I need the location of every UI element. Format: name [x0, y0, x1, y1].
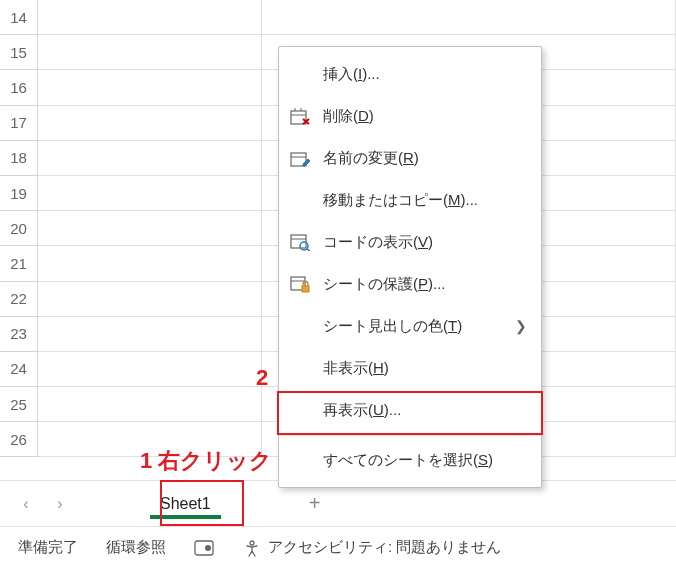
ctx-tab-color[interactable]: シート見出しの色(T) ❯: [279, 305, 541, 347]
blank-icon: [289, 357, 311, 379]
cell[interactable]: [38, 106, 262, 141]
ctx-protect-label: シートの保護(P)...: [323, 275, 527, 294]
cell[interactable]: [38, 352, 262, 387]
cell[interactable]: [38, 0, 262, 35]
row-header[interactable]: 15: [0, 35, 38, 70]
row-header[interactable]: 14: [0, 0, 38, 35]
ctx-viewcode-label: コードの表示(V): [323, 233, 527, 252]
status-bar: 準備完了 循環参照 アクセシビリティ: 問題ありません: [0, 526, 676, 568]
ctx-delete[interactable]: 削除(D): [279, 95, 541, 137]
svg-rect-3: [291, 111, 306, 124]
row-header[interactable]: 23: [0, 317, 38, 352]
ctx-move-copy[interactable]: 移動またはコピー(M)...: [279, 179, 541, 221]
cell[interactable]: [38, 141, 262, 176]
cell[interactable]: [38, 282, 262, 317]
tab-nav-prev[interactable]: ‹: [14, 492, 38, 516]
row-header[interactable]: 18: [0, 141, 38, 176]
delete-sheet-icon: [289, 105, 311, 127]
blank-icon: [289, 450, 311, 472]
view-code-icon: [289, 231, 311, 253]
row-header[interactable]: 25: [0, 387, 38, 422]
ctx-selectall-label: すべてのシートを選択(S): [323, 451, 527, 470]
ctx-hide[interactable]: 非表示(H): [279, 347, 541, 389]
tab-nav-next[interactable]: ›: [48, 492, 72, 516]
sheet-tab-1[interactable]: Sheet1: [142, 487, 229, 521]
ctx-insert[interactable]: 挿入(I)...: [279, 53, 541, 95]
macro-record-icon: [194, 538, 214, 558]
ctx-insert-label: 挿入(I)...: [323, 65, 527, 84]
status-macro[interactable]: [194, 538, 214, 558]
ctx-tabcolor-label: シート見出しの色(T): [323, 317, 503, 336]
svg-line-14: [307, 249, 310, 251]
ctx-move-label: 移動またはコピー(M)...: [323, 191, 527, 210]
row-header[interactable]: 22: [0, 282, 38, 317]
row-header[interactable]: 21: [0, 246, 38, 281]
cell[interactable]: [38, 176, 262, 211]
svg-point-1: [205, 545, 211, 551]
cell[interactable]: [38, 211, 262, 246]
blank-icon: [289, 315, 311, 337]
status-accessibility-text: アクセシビリティ: 問題ありません: [268, 538, 501, 557]
status-circular-ref: 循環参照: [106, 538, 166, 557]
ctx-delete-label: 削除(D): [323, 107, 527, 126]
svg-point-2: [250, 541, 254, 545]
cell[interactable]: [38, 70, 262, 105]
blank-icon: [289, 399, 311, 421]
cell[interactable]: [38, 35, 262, 70]
cell[interactable]: [262, 0, 676, 35]
ctx-hide-label: 非表示(H): [323, 359, 527, 378]
sheet-context-menu: 挿入(I)... 削除(D) 名前の変更(R) 移動またはコピー(M)... コ…: [278, 46, 542, 488]
svg-rect-17: [302, 286, 309, 292]
cell[interactable]: [38, 246, 262, 281]
ctx-select-all-sheets[interactable]: すべてのシートを選択(S): [279, 435, 541, 481]
ctx-view-code[interactable]: コードの表示(V): [279, 221, 541, 263]
ctx-unhide-label: 再表示(U)...: [323, 401, 527, 420]
row-header[interactable]: 20: [0, 211, 38, 246]
rename-icon: [289, 147, 311, 169]
accessibility-icon: [242, 538, 262, 558]
protect-sheet-icon: [289, 273, 311, 295]
submenu-arrow-icon: ❯: [515, 318, 527, 334]
row-header[interactable]: 19: [0, 176, 38, 211]
status-ready: 準備完了: [18, 538, 78, 557]
ctx-protect[interactable]: シートの保護(P)...: [279, 263, 541, 305]
blank-icon: [289, 189, 311, 211]
cell[interactable]: [38, 387, 262, 422]
status-accessibility[interactable]: アクセシビリティ: 問題ありません: [242, 538, 501, 558]
cell[interactable]: [38, 317, 262, 352]
ctx-rename-label: 名前の変更(R): [323, 149, 527, 168]
blank-icon: [289, 63, 311, 85]
row-header[interactable]: 17: [0, 106, 38, 141]
ctx-rename[interactable]: 名前の変更(R): [279, 137, 541, 179]
cell[interactable]: [38, 422, 262, 457]
row-header[interactable]: 26: [0, 422, 38, 457]
row-header[interactable]: 16: [0, 70, 38, 105]
svg-point-13: [300, 242, 308, 250]
ctx-unhide[interactable]: 再表示(U)...: [279, 389, 541, 431]
new-sheet-button[interactable]: +: [309, 492, 321, 515]
row-header[interactable]: 24: [0, 352, 38, 387]
